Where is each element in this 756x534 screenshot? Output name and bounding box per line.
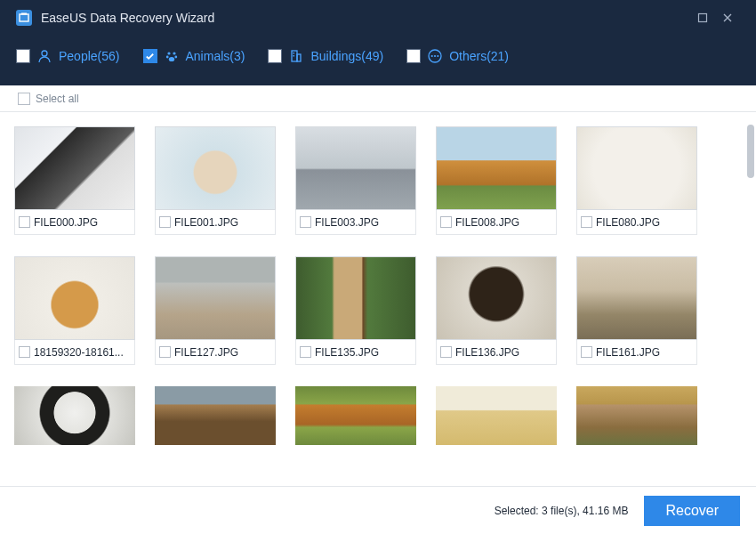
svg-point-7 (174, 56, 177, 59)
file-name: FILE003.JPG (315, 216, 379, 229)
scrollbar[interactable] (747, 125, 754, 178)
filter-label: People(56) (59, 49, 120, 63)
filter-paw[interactable]: Animals(3) (143, 48, 245, 64)
file-tile[interactable]: FILE161.JPG (576, 256, 697, 365)
thumbnail[interactable] (576, 386, 697, 445)
thumbnail[interactable] (436, 386, 557, 445)
file-checkbox[interactable] (19, 216, 30, 228)
titlebar: EaseUS Data Recovery Wizard (0, 0, 756, 36)
file-checkbox[interactable] (159, 216, 171, 228)
file-name: FILE136.JPG (455, 346, 519, 359)
file-name: 18159320-18161... (34, 346, 124, 359)
file-tile[interactable]: 18159320-18161... (14, 256, 135, 365)
file-tile[interactable] (436, 386, 557, 445)
file-tile[interactable]: FILE080.JPG (576, 126, 697, 235)
file-checkbox[interactable] (19, 346, 30, 358)
select-all-label: Select all (36, 93, 79, 105)
filter-checkbox[interactable] (268, 49, 282, 63)
svg-point-14 (431, 55, 433, 57)
file-name: FILE135.JPG (315, 346, 379, 359)
file-tile[interactable] (295, 386, 416, 445)
app-icon (16, 10, 32, 26)
file-tile[interactable]: FILE008.JPG (436, 126, 557, 235)
file-tile[interactable] (14, 386, 135, 445)
status-selected: Selected: 3 file(s), 41.16 MB (495, 505, 629, 517)
thumbnail[interactable] (436, 126, 557, 210)
file-tile[interactable]: FILE001.JPG (155, 126, 276, 235)
svg-rect-1 (21, 13, 27, 15)
file-name: FILE080.JPG (596, 216, 660, 229)
app-title: EaseUS Data Recovery Wizard (41, 11, 690, 25)
thumbnail[interactable] (295, 256, 416, 340)
file-tile[interactable]: FILE003.JPG (295, 126, 416, 235)
thumbnail[interactable] (14, 256, 135, 340)
thumbnail[interactable] (436, 256, 557, 340)
svg-point-16 (437, 55, 438, 57)
filter-checkbox[interactable] (16, 49, 30, 63)
svg-rect-12 (294, 55, 295, 57)
thumbnail[interactable] (14, 126, 135, 210)
file-checkbox[interactable] (300, 216, 311, 228)
select-all-bar[interactable]: Select all (0, 85, 756, 112)
file-name: FILE161.JPG (596, 346, 660, 359)
svg-point-3 (42, 51, 47, 56)
file-checkbox[interactable] (581, 216, 592, 228)
filter-checkbox[interactable] (143, 49, 157, 63)
filter-label: Animals(3) (186, 49, 245, 63)
file-name: FILE008.JPG (455, 216, 519, 229)
file-tile[interactable]: FILE127.JPG (155, 256, 276, 365)
paw-icon (164, 48, 180, 64)
footer: Selected: 3 file(s), 41.16 MB Recover (0, 486, 756, 534)
svg-point-8 (168, 57, 173, 61)
recover-button[interactable]: Recover (644, 496, 740, 526)
close-button[interactable] (715, 5, 740, 30)
file-checkbox[interactable] (300, 346, 311, 358)
file-checkbox[interactable] (440, 216, 452, 228)
thumbnail[interactable] (155, 386, 276, 445)
building-icon (288, 48, 304, 64)
file-tile[interactable]: FILE136.JPG (436, 256, 557, 365)
svg-rect-0 (20, 14, 28, 21)
person-icon (36, 48, 52, 64)
file-checkbox[interactable] (440, 346, 452, 358)
svg-rect-11 (294, 53, 295, 54)
thumbnail[interactable] (295, 126, 416, 210)
file-name: FILE000.JPG (34, 216, 98, 229)
file-grid: FILE000.JPGFILE001.JPGFILE003.JPGFILE008… (14, 126, 745, 445)
thumbnail[interactable] (155, 256, 276, 340)
filter-checkbox[interactable] (406, 49, 421, 63)
svg-point-15 (434, 55, 436, 57)
svg-point-4 (167, 52, 170, 54)
filter-bar: People(56)Animals(3)Buildings(49)Others(… (0, 36, 756, 85)
filter-dots[interactable]: Others(21) (406, 48, 509, 64)
thumbnail[interactable] (14, 386, 135, 445)
file-checkbox[interactable] (159, 346, 171, 358)
filter-person[interactable]: People(56) (16, 48, 120, 64)
svg-point-6 (165, 56, 168, 59)
thumbnail[interactable] (576, 256, 697, 340)
file-tile[interactable] (155, 386, 276, 445)
file-tile[interactable] (576, 386, 697, 445)
thumbnail[interactable] (576, 126, 697, 210)
file-tile[interactable]: FILE135.JPG (295, 256, 416, 365)
thumbnail[interactable] (295, 386, 416, 445)
svg-rect-2 (699, 14, 707, 22)
filter-label: Others(21) (449, 49, 509, 63)
content-area: FILE000.JPGFILE001.JPGFILE003.JPGFILE008… (0, 112, 756, 486)
thumbnail[interactable] (155, 126, 276, 210)
svg-rect-10 (297, 54, 301, 61)
file-tile[interactable]: FILE000.JPG (14, 126, 135, 235)
maximize-button[interactable] (690, 5, 715, 30)
file-name: FILE127.JPG (174, 346, 238, 359)
file-name: FILE001.JPG (174, 216, 238, 229)
filter-label: Buildings(49) (310, 49, 383, 63)
dots-icon (427, 48, 443, 64)
filter-building[interactable]: Buildings(49) (268, 48, 383, 64)
svg-point-5 (173, 52, 175, 54)
file-checkbox[interactable] (581, 346, 592, 358)
select-all-checkbox[interactable] (18, 93, 30, 105)
